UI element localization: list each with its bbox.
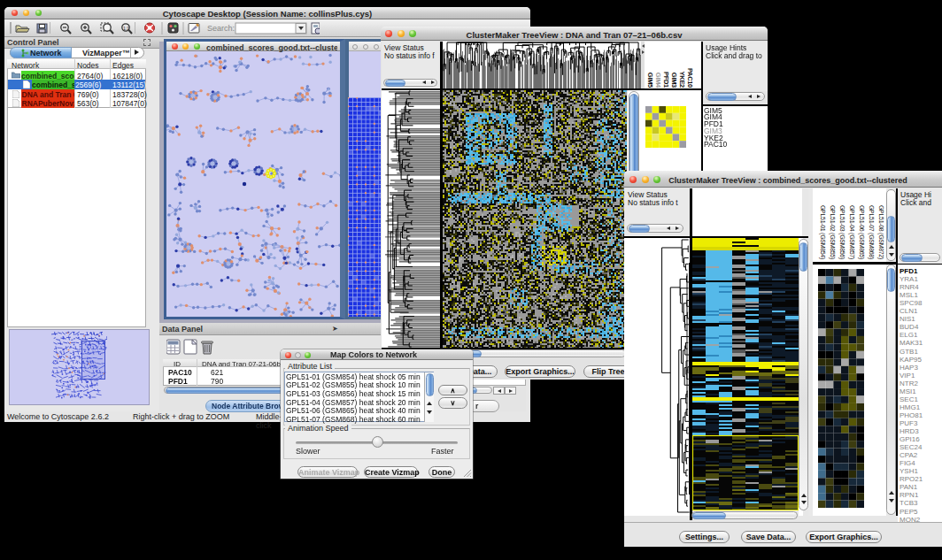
- svg-text:1:1: 1:1: [123, 26, 129, 31]
- svg-text:Search:: Search:: [207, 24, 235, 33]
